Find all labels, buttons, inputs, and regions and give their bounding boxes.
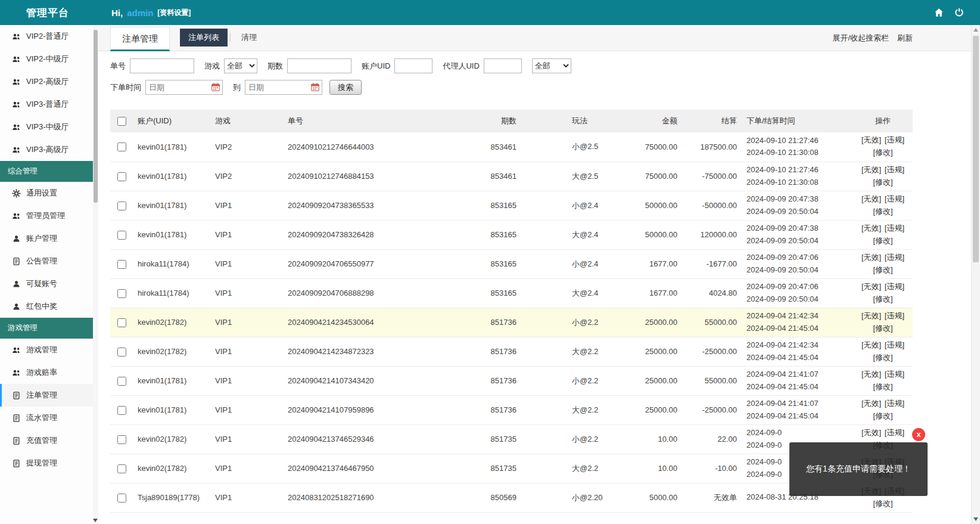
action-violate-link[interactable]: [违规]	[885, 311, 904, 320]
action-modify-link[interactable]: [修改]	[873, 353, 892, 362]
action-modify-link[interactable]: [修改]	[873, 265, 892, 274]
row-checkbox[interactable]	[117, 435, 126, 444]
sidebar-item[interactable]: 管理员管理	[0, 204, 93, 227]
sidebar-item[interactable]: 游戏赔率	[0, 361, 93, 384]
sidebar-item-label: 可疑账号	[26, 278, 57, 289]
action-violate-link[interactable]: [违规]	[885, 399, 904, 408]
action-invalid-link[interactable]: [无效]	[861, 428, 881, 437]
action-violate-link[interactable]: [违规]	[885, 370, 904, 379]
scroll-up-arrow-icon[interactable]	[973, 28, 978, 32]
page-scrollbar[interactable]	[971, 25, 980, 524]
row-checkbox[interactable]	[117, 231, 126, 240]
action-invalid-link[interactable]: [无效]	[861, 135, 881, 144]
action-violate-link[interactable]: [违规]	[885, 282, 904, 291]
power-logout-icon[interactable]	[954, 7, 965, 18]
action-modify-link[interactable]: [修改]	[873, 236, 892, 245]
search-button[interactable]: 搜索	[329, 80, 362, 95]
order-time: 2024-09-10 21:27:46	[746, 135, 848, 147]
row-checkbox[interactable]	[117, 142, 126, 151]
sidebar-item[interactable]: 账户管理	[0, 227, 93, 250]
action-modify-link[interactable]: [修改]	[873, 178, 892, 187]
tab-divider	[230, 33, 231, 42]
action-invalid-link[interactable]: [无效]	[861, 224, 881, 232]
sidebar-item[interactable]: 提现管理	[0, 452, 93, 475]
row-checkbox[interactable]	[117, 289, 126, 298]
action-modify-link[interactable]: [修改]	[873, 324, 892, 333]
action-violate-link[interactable]: [违规]	[885, 194, 904, 203]
toast-close-button[interactable]: x	[912, 428, 925, 441]
row-checkbox[interactable]	[117, 260, 126, 269]
action-invalid-link[interactable]: [无效]	[861, 340, 881, 349]
cell-order-no: 20240910212746884153	[283, 162, 450, 191]
action-violate-link[interactable]: [违规]	[885, 224, 904, 232]
action-modify-link[interactable]: [修改]	[873, 294, 892, 303]
agent-uid-input[interactable]	[484, 58, 522, 73]
sidebar-item[interactable]: 流水管理	[0, 407, 93, 429]
sidebar-item[interactable]: 红包中奖	[0, 295, 93, 318]
sidebar-item[interactable]: 可疑账号	[0, 272, 93, 295]
action-invalid-link[interactable]: [无效]	[861, 399, 881, 408]
action-modify-link[interactable]: [修改]	[873, 382, 892, 391]
action-violate-link[interactable]: [违规]	[885, 165, 904, 174]
sidebar-hall-item[interactable]: VIP3-高级厅	[0, 138, 93, 161]
action-violate-link[interactable]: [违规]	[885, 428, 904, 437]
action-invalid-link[interactable]: [无效]	[861, 370, 881, 379]
game-select[interactable]: 全部	[224, 58, 257, 73]
action-modify-link[interactable]: [修改]	[873, 411, 892, 420]
profile-settings-link[interactable]: [资料设置]	[157, 8, 191, 18]
settle-time: 2024-09-04 21:45:04	[746, 381, 848, 393]
row-checkbox[interactable]	[117, 494, 126, 503]
sidebar-item[interactable]: 充值管理	[0, 429, 93, 452]
row-checkbox[interactable]	[117, 318, 126, 327]
calendar-icon[interactable]	[211, 82, 220, 92]
sidebar-scrollbar[interactable]	[93, 25, 98, 524]
sidebar-hall-item[interactable]: VIP2-高级厅	[0, 70, 93, 93]
status-select[interactable]: 全部	[532, 58, 571, 73]
page-scrollbar-thumb[interactable]	[973, 36, 979, 262]
action-modify-link[interactable]: [修改]	[873, 207, 892, 216]
action-violate-link[interactable]: [违规]	[885, 135, 904, 144]
order-no-input[interactable]	[130, 58, 194, 73]
sidebar-hall-item[interactable]: VIP2-中级厅	[0, 48, 93, 70]
cell-amount: 1677.00	[617, 249, 682, 278]
toggle-search-link[interactable]: 展开/收起搜索栏	[832, 33, 889, 44]
action-invalid-link[interactable]: [无效]	[861, 253, 881, 262]
sidebar-hall-item[interactable]: VIP2-普通厅	[0, 25, 93, 48]
sidebar-hall-item[interactable]: VIP3-普通厅	[0, 93, 93, 116]
cell-play: 大@2.2	[521, 395, 617, 424]
scroll-down-arrow-icon[interactable]	[973, 517, 978, 521]
select-all-checkbox[interactable]	[117, 117, 126, 126]
row-checkbox[interactable]	[117, 377, 126, 386]
row-checkbox[interactable]	[117, 201, 126, 210]
sidebar-hall-item[interactable]: VIP3-中级厅	[0, 116, 93, 138]
account-uid-input[interactable]	[394, 58, 433, 73]
tab-cleanup[interactable]: 清理	[233, 29, 265, 46]
action-violate-link[interactable]: [违规]	[885, 340, 904, 349]
row-checkbox[interactable]	[117, 406, 126, 415]
sidebar-item[interactable]: 注单管理	[0, 384, 93, 407]
action-invalid-link[interactable]: [无效]	[861, 165, 881, 174]
calendar-icon[interactable]	[310, 82, 320, 92]
sidebar-item[interactable]: 通用设置	[0, 182, 93, 204]
action-violate-link[interactable]: [违规]	[885, 253, 904, 262]
tab-order-list[interactable]: 注单列表	[180, 29, 228, 46]
sidebar-item[interactable]: 游戏管理	[0, 339, 93, 361]
recharge-toast: x 您有1条充值申请需要处理！	[789, 442, 928, 496]
period-input[interactable]	[287, 58, 351, 73]
row-checkbox[interactable]	[117, 464, 126, 473]
row-checkbox[interactable]	[117, 172, 126, 181]
action-invalid-link[interactable]: [无效]	[861, 282, 881, 291]
action-invalid-link[interactable]: [无效]	[861, 311, 881, 320]
sidebar-item[interactable]: 公告管理	[0, 250, 93, 272]
action-modify-link[interactable]: [修改]	[873, 499, 892, 508]
row-checkbox[interactable]	[117, 348, 126, 356]
home-icon[interactable]	[934, 7, 944, 18]
refresh-link[interactable]: 刷新	[897, 33, 913, 44]
sidebar-scrollbar-thumb[interactable]	[94, 30, 98, 203]
page-title-tab[interactable]: 注单管理	[110, 27, 170, 51]
sidebar-scroll-down-arrow-icon[interactable]	[93, 519, 98, 522]
settle-time: 2024-09-04 21:45:04	[746, 352, 848, 364]
cell-order-no: 20240904214234530064	[283, 308, 450, 337]
action-modify-link[interactable]: [修改]	[873, 148, 892, 157]
action-invalid-link[interactable]: [无效]	[861, 194, 881, 203]
